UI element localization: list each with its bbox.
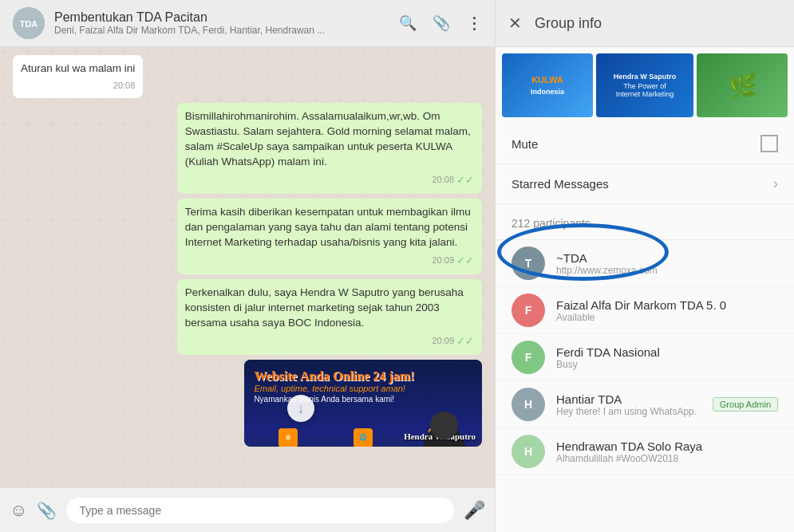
- message-time: 20:09: [432, 335, 454, 347]
- participant-item[interactable]: H Hantiar TDA Hey there! I am using What…: [496, 381, 794, 428]
- svg-text:TDA: TDA: [20, 19, 38, 29]
- more-options-icon[interactable]: ⋮: [466, 14, 482, 33]
- message-tick: ✓✓: [456, 173, 474, 187]
- participant-item[interactable]: H Hendrawan TDA Solo Raya Alhamdulillah …: [496, 428, 794, 475]
- message-time: 20:08: [432, 174, 454, 186]
- chat-header-actions: 🔍 📎 ⋮: [399, 14, 482, 33]
- participant-name: ~TDA: [556, 251, 778, 265]
- mute-row[interactable]: Mute: [496, 124, 794, 164]
- group-name: Pembentukan TDA Pacitan: [54, 10, 389, 25]
- participant-status: Available: [556, 312, 778, 323]
- message-bubble: Aturan kul wa malam ini 20:08: [13, 55, 143, 98]
- close-button[interactable]: ✕: [508, 14, 522, 33]
- group-participants-preview: Deni, Faizal Alfa Dir Markom TDA, Ferdi,…: [54, 25, 373, 36]
- group-info-title: Group info: [535, 15, 602, 32]
- mute-section: Mute: [496, 124, 794, 164]
- group-avatar[interactable]: TDA: [13, 7, 45, 39]
- mute-checkbox[interactable]: [760, 135, 778, 152]
- participant-name: Faizal Alfa Dir Markom TDA 5. 0: [556, 298, 778, 312]
- participant-status: Busy: [556, 359, 778, 370]
- starred-messages-row[interactable]: Starred Messages ›: [496, 164, 794, 204]
- participant-status: Hey there! I am using WhatsApp.: [556, 406, 701, 417]
- chat-header-info[interactable]: Pembentukan TDA Pacitan Deni, Faizal Alf…: [54, 10, 389, 36]
- message-bubble: Terima kasih diberikan kesempatan untuk …: [177, 199, 482, 274]
- group-photos-row: KULWA Indonesia Hendra W Saputro The Pow…: [496, 47, 794, 124]
- message-text: Aturan kul wa malam ini: [21, 61, 135, 77]
- participant-info: Hendrawan TDA Solo Raya Alhamdulillah #W…: [556, 439, 778, 464]
- participant-info: Faizal Alfa Dir Markom TDA 5. 0 Availabl…: [556, 298, 778, 323]
- admin-badge: Group Admin: [713, 397, 778, 412]
- chat-header: TDA Pembentukan TDA Pacitan Deni, Faizal…: [0, 0, 495, 47]
- participant-avatar: H: [512, 388, 545, 421]
- promo-image: Website Anda Online 24 jam! Email, uptim…: [244, 360, 482, 447]
- participant-name: Hendrawan TDA Solo Raya: [556, 439, 778, 453]
- participant-item[interactable]: F Ferdi TDA Nasional Busy: [496, 334, 794, 381]
- messages-area: Aturan kul wa malam ini 20:08 Bismillahi…: [0, 47, 495, 455]
- message-bubble: Bismillahirohmanirohim. Assalamualaikum,…: [177, 103, 482, 194]
- message-text: Bismillahirohmanirohim. Assalamualaikum,…: [185, 109, 474, 170]
- attach-icon[interactable]: 📎: [433, 14, 450, 32]
- search-icon[interactable]: 🔍: [399, 14, 417, 32]
- participant-avatar: H: [512, 435, 545, 468]
- participant-name: Ferdi TDA Nasional: [556, 345, 778, 359]
- message-time: 20:09: [432, 254, 454, 266]
- mic-button[interactable]: 🎤: [464, 500, 485, 521]
- participants-section: 212 participants: [496, 204, 794, 240]
- group-photo-1[interactable]: KULWA Indonesia: [502, 53, 593, 117]
- message-time: 20:08: [113, 80, 136, 92]
- message-tick: ✓✓: [456, 334, 474, 349]
- promo-tagline: Nyamankan bisnis Anda bersama kami!: [254, 395, 472, 404]
- participant-info: ~TDA http://www.zemoxa.com: [556, 251, 778, 276]
- participants-count: 212 participants: [512, 212, 778, 234]
- participant-avatar: F: [512, 341, 545, 374]
- message-tick: ✓✓: [456, 254, 474, 268]
- message-text: Terima kasih diberikan kesempatan untuk …: [185, 205, 474, 250]
- participant-status: http://www.zemoxa.com: [556, 265, 778, 276]
- participant-avatar: T: [512, 246, 545, 280]
- participants-list: T ~TDA http://www.zemoxa.com F Faizal Al…: [496, 240, 794, 532]
- emoji-button[interactable]: ☺: [10, 500, 27, 521]
- participant-name: Hantiar TDA: [556, 392, 701, 406]
- participant-item[interactable]: F Faizal Alfa Dir Markom TDA 5. 0 Availa…: [496, 287, 794, 334]
- chat-panel: TDA Pembentukan TDA Pacitan Deni, Faizal…: [0, 0, 495, 532]
- participant-item[interactable]: T ~TDA http://www.zemoxa.com: [496, 240, 794, 287]
- chat-input-bar: ☺ 📎 🎤: [0, 488, 495, 532]
- starred-messages-label: Starred Messages: [512, 177, 773, 191]
- attach-button[interactable]: 📎: [37, 501, 57, 520]
- participant-info: Ferdi TDA Nasional Busy: [556, 345, 778, 370]
- group-info-header: ✕ Group info: [496, 0, 794, 47]
- promo-title: Website Anda Online 24 jam!: [254, 369, 472, 384]
- promo-subtitle: Email, uptime, technical support aman!: [254, 384, 472, 393]
- participant-info: Hantiar TDA Hey there! I am using WhatsA…: [556, 392, 701, 417]
- participant-status: Alhamdulillah #WooOW2018: [556, 453, 778, 464]
- chevron-right-icon: ›: [773, 175, 778, 192]
- promo-message-bubble: Website Anda Online 24 jam! Email, uptim…: [244, 360, 482, 447]
- message-text: Perkenalkan dulu, saya Hendra W Saputro …: [185, 286, 474, 331]
- group-info-panel: ✕ Group info KULWA Indonesia Hendra W Sa…: [495, 0, 794, 532]
- message-input[interactable]: [66, 498, 454, 523]
- participant-avatar: F: [512, 294, 545, 327]
- mute-label: Mute: [512, 137, 760, 151]
- group-photo-2[interactable]: Hendra W Saputro The Power of Internet M…: [596, 53, 693, 117]
- message-bubble: Perkenalkan dulu, saya Hendra W Saputro …: [177, 279, 482, 355]
- group-photo-3[interactable]: 🌿: [697, 53, 788, 117]
